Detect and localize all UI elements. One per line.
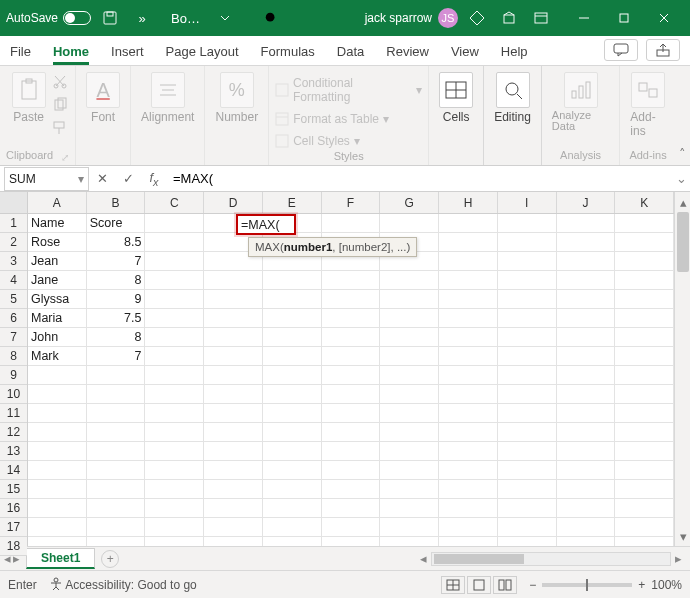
row-header[interactable]: 12 xyxy=(0,423,27,442)
cell[interactable] xyxy=(87,404,146,423)
maximize-button[interactable] xyxy=(604,0,644,36)
cell[interactable] xyxy=(28,366,87,385)
cell[interactable] xyxy=(322,537,381,546)
cell[interactable] xyxy=(204,537,263,546)
cell[interactable] xyxy=(263,442,322,461)
cell[interactable] xyxy=(498,518,557,537)
page-break-view-button[interactable] xyxy=(493,576,517,594)
scroll-right-icon[interactable]: ▸ xyxy=(675,551,682,566)
cell[interactable] xyxy=(498,347,557,366)
share-button[interactable] xyxy=(646,39,680,61)
sheet-tab-sheet1[interactable]: Sheet1 xyxy=(26,548,95,569)
cell[interactable] xyxy=(87,423,146,442)
cell[interactable]: 7.5 xyxy=(87,309,146,328)
scrollbar-thumb[interactable] xyxy=(434,554,524,564)
cell[interactable] xyxy=(28,518,87,537)
scroll-up-icon[interactable]: ▴ xyxy=(675,194,690,210)
tab-review[interactable]: Review xyxy=(386,40,429,65)
cell[interactable] xyxy=(204,328,263,347)
cell[interactable] xyxy=(439,385,498,404)
cell[interactable] xyxy=(322,499,381,518)
cell[interactable] xyxy=(380,290,439,309)
cell-styles-button[interactable]: Cell Styles ▾ xyxy=(275,134,422,148)
cell[interactable] xyxy=(557,290,616,309)
cell[interactable] xyxy=(557,461,616,480)
row-header[interactable]: 15 xyxy=(0,480,27,499)
cell[interactable] xyxy=(28,442,87,461)
cell[interactable] xyxy=(380,385,439,404)
zoom-level[interactable]: 100% xyxy=(651,578,682,592)
name-box[interactable]: SUM ▾ xyxy=(4,167,89,191)
column-header[interactable]: H xyxy=(439,192,498,213)
addins-button[interactable]: Add-ins xyxy=(626,70,669,140)
cell[interactable]: 8.5 xyxy=(87,233,146,252)
zoom-out-button[interactable]: − xyxy=(529,578,536,592)
cell[interactable] xyxy=(322,385,381,404)
column-header[interactable]: E xyxy=(263,192,322,213)
alignment-button[interactable]: Alignment xyxy=(137,70,198,126)
cell[interactable] xyxy=(557,385,616,404)
cell[interactable] xyxy=(615,537,674,546)
cell[interactable] xyxy=(28,480,87,499)
cell[interactable] xyxy=(145,347,204,366)
cell[interactable] xyxy=(615,214,674,233)
cell[interactable] xyxy=(322,271,381,290)
cell[interactable] xyxy=(204,480,263,499)
scroll-down-icon[interactable]: ▾ xyxy=(675,528,690,544)
row-header[interactable]: 6 xyxy=(0,309,27,328)
row-header[interactable]: 2 xyxy=(0,233,27,252)
font-button[interactable]: AFont xyxy=(82,70,124,126)
cell[interactable] xyxy=(322,480,381,499)
cell[interactable] xyxy=(87,537,146,546)
cell[interactable] xyxy=(498,252,557,271)
cell[interactable] xyxy=(380,328,439,347)
cell[interactable] xyxy=(498,404,557,423)
cell[interactable] xyxy=(439,252,498,271)
cell[interactable]: Mark xyxy=(28,347,87,366)
cell[interactable] xyxy=(557,499,616,518)
cell[interactable] xyxy=(204,347,263,366)
account-button[interactable]: jack sparrow JS xyxy=(365,8,458,28)
cell[interactable] xyxy=(557,366,616,385)
cell[interactable] xyxy=(380,461,439,480)
cell[interactable] xyxy=(145,442,204,461)
cell[interactable] xyxy=(615,385,674,404)
cell[interactable] xyxy=(204,442,263,461)
cell[interactable]: Name xyxy=(28,214,87,233)
cell[interactable] xyxy=(498,499,557,518)
cell[interactable] xyxy=(145,252,204,271)
cell[interactable]: 7 xyxy=(87,252,146,271)
cell[interactable] xyxy=(145,480,204,499)
scroll-left-icon[interactable]: ◂ xyxy=(420,551,427,566)
cancel-formula-button[interactable]: ✕ xyxy=(89,167,115,191)
cell[interactable] xyxy=(204,366,263,385)
cut-icon[interactable] xyxy=(52,74,68,93)
cell[interactable] xyxy=(498,537,557,546)
cell[interactable] xyxy=(263,366,322,385)
cell[interactable] xyxy=(322,442,381,461)
cell[interactable]: Jane xyxy=(28,271,87,290)
tab-insert[interactable]: Insert xyxy=(111,40,144,65)
cell[interactable] xyxy=(263,347,322,366)
column-header[interactable]: G xyxy=(380,192,439,213)
editing-button[interactable]: Editing xyxy=(490,70,535,126)
cell[interactable] xyxy=(557,404,616,423)
column-header[interactable]: B xyxy=(87,192,146,213)
cell[interactable] xyxy=(145,423,204,442)
cell[interactable]: Score xyxy=(87,214,146,233)
cell[interactable] xyxy=(28,404,87,423)
cell[interactable] xyxy=(615,347,674,366)
row-header[interactable]: 3 xyxy=(0,252,27,271)
cell[interactable]: 7 xyxy=(87,347,146,366)
cell[interactable] xyxy=(263,385,322,404)
cell[interactable] xyxy=(380,271,439,290)
cell[interactable] xyxy=(498,214,557,233)
tab-help[interactable]: Help xyxy=(501,40,528,65)
cell[interactable] xyxy=(498,423,557,442)
cell[interactable] xyxy=(439,366,498,385)
zoom-control[interactable]: − + 100% xyxy=(529,578,682,592)
cell[interactable] xyxy=(439,518,498,537)
cell[interactable] xyxy=(439,442,498,461)
cell[interactable]: 8 xyxy=(87,271,146,290)
cells-button[interactable]: Cells xyxy=(435,70,477,126)
